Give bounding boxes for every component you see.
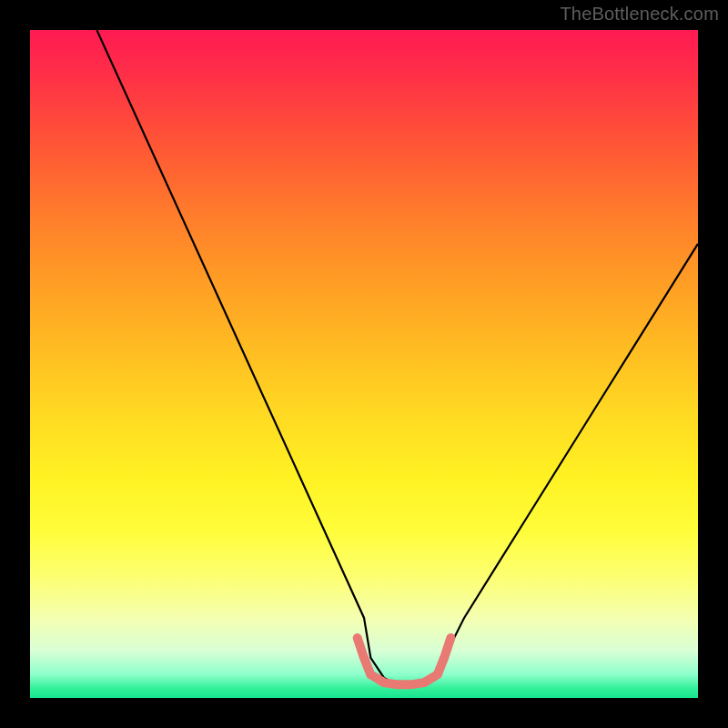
chart-svg: [30, 30, 698, 698]
valley-highlight-path: [358, 638, 451, 684]
plot-area: [30, 30, 698, 698]
chart-frame: TheBottleneck.com: [0, 0, 728, 728]
watermark-text: TheBottleneck.com: [560, 4, 719, 25]
curve-path: [96, 30, 698, 684]
